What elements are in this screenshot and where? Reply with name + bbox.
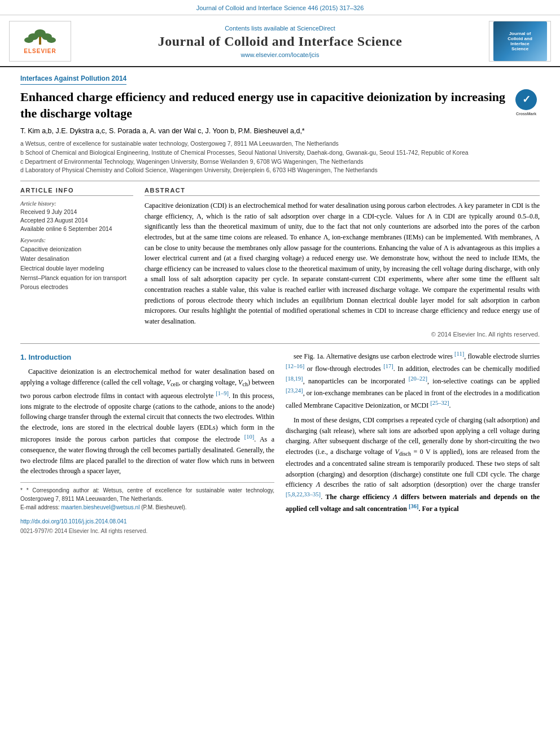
ref-36[interactable]: [36] [409, 503, 419, 509]
crossmark-circle: ✓ [515, 89, 537, 110]
journal-header: ELSEVIER Contents lists available at Sci… [0, 15, 560, 67]
email-suffix: (P.M. Biesheuvel). [141, 504, 186, 510]
elsevier-logo: ELSEVIER [14, 26, 67, 57]
right-logo-box: Journal ofColloid andInterfaceScience [489, 21, 551, 62]
ref-1-9[interactable]: [1–9] [216, 390, 229, 396]
accepted-date: Accepted 23 August 2014 [20, 216, 133, 225]
crossmark-icon: ✓ [522, 93, 531, 106]
contents-line: Contents lists available at ScienceDirec… [225, 25, 335, 32]
authors-line: T. Kim a,b, J.E. Dykstra a,c, S. Porada … [20, 127, 540, 135]
footnote-email: E-mail address: maarten.biesheuvel@wetsu… [20, 503, 274, 512]
keywords-section: Keywords: Capacitive deionization Water … [20, 237, 133, 292]
article-title: Enhanced charge efficiency and reduced e… [20, 89, 540, 121]
journal-center: Contents lists available at ScienceDirec… [77, 21, 483, 62]
ref-23-24[interactable]: [23,24] [286, 387, 303, 394]
keyword-4: Nernst–Planck equation for ion transport [20, 273, 133, 283]
article-history: Article history: Received 9 July 2014 Ac… [20, 200, 133, 233]
svg-point-5 [47, 37, 56, 43]
affiliation-b: b School of Chemical and Biological Engi… [20, 148, 540, 158]
sciencedirect-link[interactable]: ScienceDirect [297, 25, 335, 32]
body-col-left: 1. Introduction Capacitive deionization … [20, 350, 274, 535]
abstract-text: Capacitive deionization (CDI) is an elec… [145, 200, 540, 326]
keyword-1: Capacitive deionization [20, 244, 133, 254]
abstract-copyright: © 2014 Elsevier Inc. All rights reserved… [145, 331, 540, 338]
keyword-3: Electrical double layer modeling [20, 264, 133, 273]
ref-5-8-22-33-35[interactable]: [5,8,22,33–35] [286, 491, 321, 497]
email-address[interactable]: maarten.biesheuvel@wetsus.nl [61, 504, 139, 510]
ref-20-22[interactable]: [20–22] [409, 375, 427, 382]
keyword-2: Water desalination [20, 254, 133, 264]
issn-text: 0021-9797/© 2014 Elsevier Inc. All right… [20, 527, 274, 536]
intro-section-title: 1. Introduction [20, 352, 274, 363]
authors-text: T. Kim a,b, J.E. Dykstra a,c, S. Porada … [20, 127, 305, 135]
ref-17[interactable]: [17] [383, 363, 393, 369]
article-info-col: ARTICLE INFO Article history: Received 9… [20, 187, 133, 338]
right-p2: In most of these designs, CDI comprises … [286, 415, 540, 514]
received-date: Received 9 July 2014 [20, 208, 133, 216]
elsevier-text: ELSEVIER [24, 48, 56, 54]
ref-18-19[interactable]: [18,19] [286, 375, 303, 382]
right-p1: see Fig. 1a. Alternative designs use car… [286, 350, 540, 410]
keyword-5: Porous electrodes [20, 282, 133, 292]
journal-title-main: Journal of Colloid and Interface Science [158, 34, 403, 49]
affiliation-a: a Wetsus, centre of excellence for susta… [20, 139, 540, 148]
crossmark: ✓ CrossMark [513, 89, 540, 116]
article-info-title: ARTICLE INFO [20, 187, 133, 196]
abstract-col: ABSTRACT Capacitive deionization (CDI) i… [145, 187, 540, 338]
right-logo-inner: Journal ofColloid andInterfaceScience [493, 21, 547, 61]
svg-point-4 [24, 37, 33, 43]
available-date: Available online 6 September 2014 [20, 225, 133, 233]
affiliations: a Wetsus, centre of excellence for susta… [20, 139, 540, 175]
body-col-right: see Fig. 1a. Alternative designs use car… [286, 350, 540, 535]
abstract-title: ABSTRACT [145, 187, 540, 196]
svg-rect-3 [39, 37, 41, 45]
article-title-text: Enhanced charge efficiency and reduced e… [20, 90, 505, 120]
right-logo-text: Journal ofColloid andInterfaceScience [508, 31, 532, 51]
contents-text: Contents lists available at [225, 25, 295, 32]
top-bar: Journal of Colloid and Interface Science… [0, 0, 560, 15]
doi-area: http://dx.doi.org/10.1016/j.jcis.2014.08… [20, 517, 274, 536]
intro-p1: Capacitive deionization is an electroche… [20, 366, 274, 476]
body-two-col: 1. Introduction Capacitive deionization … [20, 350, 540, 535]
conference-label: Interfaces Against Pollution 2014 [20, 75, 126, 85]
journal-url[interactable]: www.elsevier.com/locate/jcis [241, 51, 320, 58]
crossmark-label: CrossMark [516, 111, 536, 116]
elsevier-logo-box: ELSEVIER [9, 21, 71, 62]
affiliation-c: c Department of Environmental Technology… [20, 158, 540, 167]
elsevier-tree-icon [23, 29, 57, 47]
ref-25-32[interactable]: [25–32] [430, 400, 449, 406]
divider-1 [20, 181, 540, 181]
history-label: Article history: [20, 200, 133, 207]
journal-link[interactable]: Journal of Colloid and Interface Science… [196, 5, 364, 11]
ref-12-16[interactable]: [12–16] [286, 363, 304, 369]
divider-2 [20, 343, 540, 344]
keywords-label: Keywords: [20, 237, 133, 243]
footnote-asterisk: * * Corresponding author at: Wetsus, cen… [20, 486, 274, 503]
article-outer: Interfaces Against Pollution 2014 Enhanc… [0, 67, 560, 543]
ref-10[interactable]: [10] [244, 434, 255, 440]
doi-link[interactable]: http://dx.doi.org/10.1016/j.jcis.2014.08… [20, 518, 126, 525]
email-label: E-mail address: [20, 504, 59, 510]
ref-11[interactable]: [11] [454, 351, 464, 357]
footnote-asterisk-text: * Corresponding author at: Wetsus, centr… [20, 487, 274, 502]
footnote-area: * * Corresponding author at: Wetsus, cen… [20, 482, 274, 512]
affiliation-d: d Laboratory of Physical Chemistry and C… [20, 166, 540, 175]
article-info-abstract: ARTICLE INFO Article history: Received 9… [20, 187, 540, 338]
